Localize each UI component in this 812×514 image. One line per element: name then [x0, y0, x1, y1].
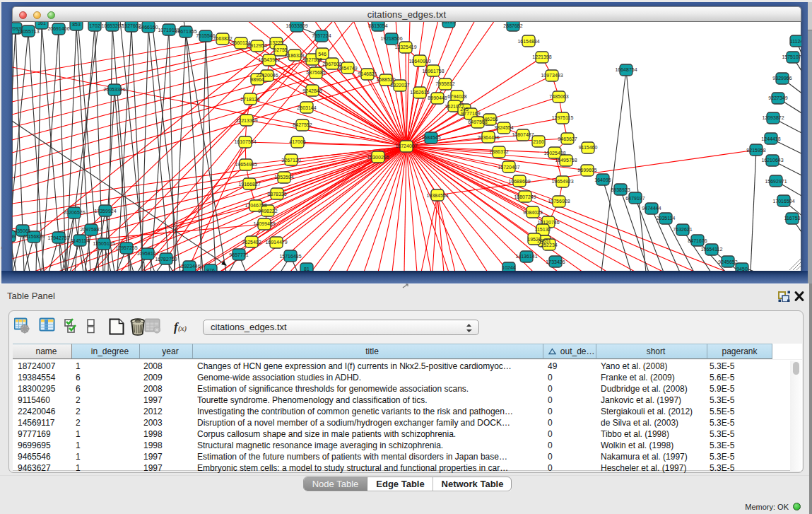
svg-text:16033809: 16033809	[286, 23, 307, 28]
svg-text:14099489: 14099489	[253, 221, 275, 226]
svg-text:7632621: 7632621	[673, 227, 692, 232]
svg-text:15751074: 15751074	[782, 54, 801, 59]
svg-text:7955812: 7955812	[435, 81, 454, 86]
svg-text:19654985: 19654985	[235, 162, 257, 167]
svg-text:98964: 98964	[250, 77, 264, 82]
svg-text:9699695: 9699695	[577, 168, 596, 173]
svg-text:9857771: 9857771	[229, 252, 248, 257]
svg-text:164095: 164095	[594, 177, 611, 182]
svg-text:6479197: 6479197	[625, 196, 645, 201]
svg-text:7485063: 7485063	[549, 94, 568, 99]
svg-text:18724007: 18724007	[395, 144, 417, 148]
svg-text:8215958: 8215958	[746, 148, 765, 153]
svg-text:8912954: 8912954	[247, 43, 266, 48]
svg-text:546: 546	[318, 52, 326, 57]
svg-text:14136141: 14136141	[515, 254, 537, 259]
svg-text:16671355: 16671355	[175, 29, 196, 34]
svg-text:16914479: 16914479	[265, 240, 287, 245]
svg-text:81: 81	[304, 267, 310, 271]
svg-text:8322037: 8322037	[390, 83, 409, 88]
svg-text:1244418: 1244418	[761, 136, 780, 141]
svg-text:16961758: 16961758	[422, 69, 444, 74]
svg-text:1584545: 1584545	[421, 135, 440, 140]
svg-text:5875685: 5875685	[306, 70, 325, 75]
svg-text:7663822: 7663822	[213, 36, 232, 41]
svg-text:9474444: 9474444	[642, 206, 661, 211]
svg-text:8813054: 8813054	[368, 23, 387, 28]
svg-text:11156829: 11156829	[23, 234, 45, 239]
svg-text:16495758: 16495758	[555, 158, 577, 163]
svg-text:16782759: 16782759	[155, 257, 177, 262]
svg-text:17942757: 17942757	[47, 235, 69, 240]
svg-text:16210643: 16210643	[761, 158, 783, 163]
svg-text:2803144: 2803144	[297, 105, 316, 110]
svg-text:9242848: 9242848	[302, 88, 322, 93]
svg-text:7357224: 7357224	[312, 33, 331, 38]
svg-text:12213369: 12213369	[235, 118, 257, 123]
svg-text:252234: 252234	[541, 243, 557, 247]
svg-text:2887682: 2887682	[503, 23, 522, 28]
svg-text:17359924: 17359924	[94, 209, 116, 214]
svg-text:9327508: 9327508	[302, 57, 322, 62]
svg-text:18807249: 18807249	[514, 194, 536, 199]
svg-text:13325419: 13325419	[394, 45, 416, 49]
svg-text:11124: 11124	[790, 39, 801, 44]
svg-text:15720407: 15720407	[498, 165, 519, 170]
svg-text:13225: 13225	[269, 40, 283, 45]
svg-text:9245652: 9245652	[718, 259, 737, 264]
svg-text:15716485: 15716485	[279, 254, 301, 259]
svg-text:19654923: 19654923	[551, 179, 573, 184]
svg-text:20053346: 20053346	[103, 87, 125, 92]
svg-text:7386372: 7386372	[489, 149, 508, 154]
svg-text:10958107: 10958107	[136, 251, 158, 256]
svg-text:2160: 2160	[533, 139, 544, 144]
svg-text:3824554: 3824554	[494, 125, 513, 130]
svg-text:1353594: 1353594	[274, 175, 293, 180]
svg-text:6794028: 6794028	[447, 94, 466, 99]
svg-text:1221398: 1221398	[532, 54, 551, 59]
svg-text:3267130: 3267130	[281, 158, 300, 163]
svg-text:8454749: 8454749	[338, 66, 357, 71]
svg-text:7625402: 7625402	[242, 240, 261, 245]
svg-text:853: 853	[72, 22, 81, 27]
svg-text:17957255: 17957255	[115, 245, 137, 250]
svg-text:8186328: 8186328	[285, 53, 304, 58]
svg-text:2935114: 2935114	[657, 216, 676, 221]
svg-text:8471676: 8471676	[688, 238, 707, 243]
svg-text:16107554: 16107554	[234, 139, 256, 144]
svg-text:10756928: 10756928	[548, 199, 570, 204]
svg-text:1362615: 1362615	[410, 90, 429, 95]
svg-text:17046758: 17046758	[245, 203, 266, 208]
svg-text:161: 161	[37, 22, 46, 25]
svg-text:18640910: 18640910	[408, 59, 430, 64]
svg-text:19166827: 19166827	[238, 182, 260, 187]
svg-text:10025438: 10025438	[543, 151, 565, 156]
svg-text:1733426: 1733426	[546, 259, 565, 264]
svg-text:12505135: 12505135	[93, 241, 114, 246]
svg-text:10120746: 10120746	[537, 220, 559, 225]
svg-text:9084023: 9084023	[523, 210, 542, 215]
svg-text:6497568: 6497568	[468, 119, 487, 124]
svg-text:1588520: 1588520	[376, 77, 395, 82]
svg-text:20206576: 20206576	[63, 210, 85, 215]
svg-text:15692971: 15692971	[765, 179, 787, 184]
svg-text:417006: 417006	[289, 139, 305, 144]
svg-text:18300295: 18300295	[367, 155, 389, 160]
svg-text:12093872: 12093872	[762, 115, 784, 120]
svg-text:9227349: 9227349	[768, 95, 787, 100]
svg-text:10807487: 10807487	[512, 132, 534, 137]
svg-text:9463627: 9463627	[558, 136, 577, 141]
svg-text:8938923: 8938923	[611, 187, 630, 192]
svg-text:9329966: 9329966	[772, 76, 792, 81]
svg-text:10688609: 10688609	[508, 179, 530, 184]
svg-text:115132: 115132	[535, 227, 551, 232]
svg-text:16154834: 16154834	[517, 39, 539, 44]
svg-text:19218506: 19218506	[380, 36, 402, 41]
svg-text:20364436: 20364436	[477, 135, 499, 140]
svg-text:39139: 39139	[12, 234, 16, 239]
svg-text:8990448: 8990448	[428, 95, 447, 100]
svg-text:9498222: 9498222	[258, 209, 277, 214]
svg-text:6466160: 6466160	[139, 25, 158, 30]
svg-text:9450: 9450	[736, 267, 748, 271]
svg-text:20691406: 20691406	[47, 26, 69, 31]
